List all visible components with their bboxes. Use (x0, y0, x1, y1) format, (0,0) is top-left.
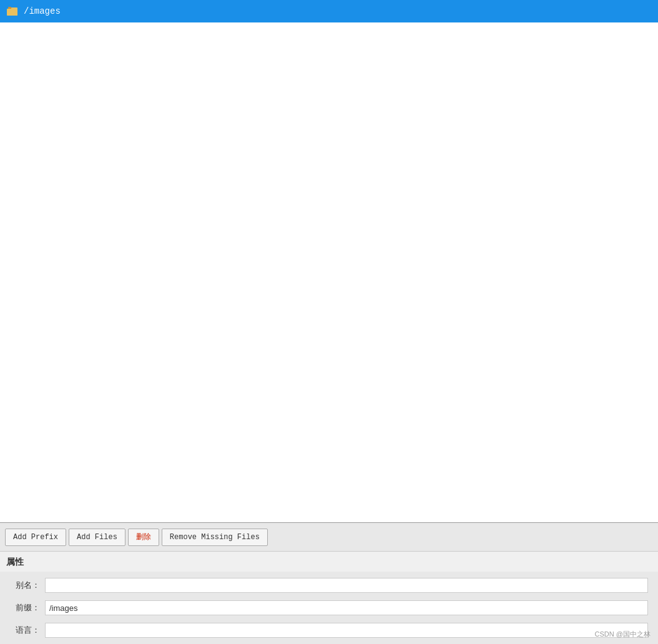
title-bar-title: /images (24, 6, 61, 16)
alias-label: 别名： (10, 580, 40, 591)
language-label: 语言： (10, 625, 40, 636)
prefix-field-row: 前缀： (0, 597, 658, 619)
svg-rect-2 (8, 7, 11, 9)
alias-input[interactable] (45, 578, 648, 593)
properties-section: 属性 别名： 前缀： 语言： (0, 552, 658, 644)
language-input[interactable] (45, 623, 648, 638)
delete-button[interactable]: 删除 (128, 529, 159, 546)
title-bar: /images (0, 0, 658, 22)
add-prefix-button[interactable]: Add Prefix (5, 529, 66, 546)
prefix-label: 前缀： (10, 602, 40, 613)
properties-fields: 别名： 前缀： 语言： (0, 572, 658, 644)
file-list-area[interactable] (0, 22, 658, 523)
watermark: CSDN @国中之林 (595, 630, 651, 639)
prefix-input[interactable] (45, 600, 648, 615)
remove-missing-files-button[interactable]: Remove Missing Files (162, 529, 268, 546)
alias-field-row: 别名： (0, 574, 658, 597)
main-content: Add Prefix Add Files 删除 Remove Missing F… (0, 22, 658, 644)
folder-icon (6, 5, 19, 17)
toolbar: Add Prefix Add Files 删除 Remove Missing F… (0, 523, 658, 552)
language-field-row: 语言： (0, 619, 658, 642)
properties-title: 属性 (0, 552, 658, 572)
svg-rect-1 (7, 9, 17, 16)
add-files-button[interactable]: Add Files (69, 529, 125, 546)
